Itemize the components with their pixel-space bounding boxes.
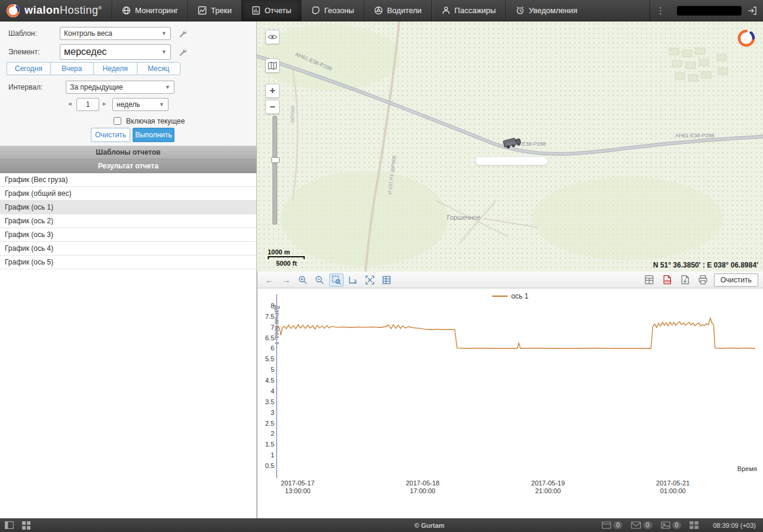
chart-clear-button[interactable]: Очистить: [714, 273, 758, 287]
clear-report-button[interactable]: Очистить: [91, 128, 130, 142]
unit-settings-button[interactable]: [177, 46, 189, 58]
unit-select[interactable]: мерседес ▼: [60, 44, 171, 60]
file-export-icon: [680, 275, 690, 285]
cursor-coordinates: N 51° 36.3850' : E 038° 06.8984': [653, 261, 758, 269]
quick-range-button[interactable]: Месяц: [137, 62, 181, 75]
chart-zoom-out-button[interactable]: [312, 273, 327, 287]
zoom-out-icon: [315, 275, 324, 285]
export-pdf-button[interactable]: PDF: [660, 273, 675, 287]
templates-section-header[interactable]: Шаблоны отчетов: [0, 146, 256, 159]
zoom-slider-handle[interactable]: [271, 157, 280, 163]
include-current-checkbox[interactable]: [114, 117, 121, 125]
result-section-header[interactable]: Результат отчета: [0, 159, 256, 173]
y-tick-label: 8: [259, 302, 274, 309]
export-file-button[interactable]: [678, 273, 692, 287]
count-increment-button[interactable]: ▸: [103, 100, 106, 107]
geofences-icon: [311, 6, 320, 15]
interval-count-input[interactable]: [76, 98, 99, 111]
zoom-in-button[interactable]: +: [265, 84, 280, 98]
y-tick-label: 6: [259, 345, 274, 352]
map-scale: 1000 m 5000 ft: [268, 248, 305, 267]
y-tick-label: 1.5: [259, 441, 274, 448]
report-result-item[interactable]: График (ось 4): [0, 242, 256, 256]
photo-icon: [661, 521, 670, 529]
messages-status[interactable]: 0: [631, 521, 652, 529]
data-table-icon: [382, 275, 391, 285]
toggle-panel-icon[interactable]: [5, 521, 14, 529]
unit-select-value: мерседес: [64, 47, 158, 57]
chart-zoom-in-button[interactable]: [296, 273, 310, 287]
interval-unit-select[interactable]: недель ▼: [112, 98, 168, 111]
tab-label: Треки: [211, 6, 232, 15]
tab-notifications[interactable]: Уведомления: [505, 0, 587, 21]
tab-geofences[interactable]: Геозоны: [301, 0, 364, 21]
chart-forward-button[interactable]: →: [279, 273, 293, 287]
tab-passengers[interactable]: Пассажиры: [431, 0, 505, 21]
quick-range-button[interactable]: Вчера: [50, 62, 94, 75]
tab-monitoring[interactable]: Мониторинг: [112, 0, 188, 21]
overflow-menu-button[interactable]: ⋮: [649, 0, 671, 21]
quick-range-button[interactable]: Неделя: [93, 62, 137, 75]
x-tick-label: 2017-05-2101:00:00: [656, 479, 690, 495]
envelope-icon: [631, 521, 641, 529]
scale-rule: [268, 256, 305, 259]
grid-icon: [22, 521, 30, 530]
count-decrement-button[interactable]: ◂: [68, 100, 72, 107]
y-tick-label: 5.5: [259, 355, 274, 362]
y-tick-label: 5: [259, 366, 274, 373]
zoom-in-icon: [298, 275, 308, 285]
map-view[interactable]: И ОП РЗ 38Р006 38Р006 АН61-Е38-Р298 АН61…: [257, 21, 763, 272]
chart-data-table-button[interactable]: [379, 273, 394, 287]
apps-grid-icon[interactable]: [22, 521, 30, 530]
report-result-item[interactable]: График (ось 2): [0, 214, 256, 228]
report-result-item[interactable]: График (Вес груза): [0, 173, 256, 187]
tab-reports[interactable]: Отчеты: [241, 0, 301, 21]
media-status[interactable]: 0: [661, 521, 682, 529]
template-label: Шаблон:: [8, 29, 37, 38]
user-name-redacted[interactable]: [677, 6, 741, 16]
quick-range-button[interactable]: Сегодня: [7, 62, 51, 75]
report-result-item[interactable]: График (общий вес): [0, 187, 256, 201]
interval-type-select[interactable]: За предыдущие ▼: [66, 81, 174, 94]
media-count-badge: 0: [672, 521, 682, 529]
road-label-center: АН61-Е38-Р298: [507, 141, 546, 147]
tracks-icon: [198, 6, 207, 15]
jobs-status[interactable]: 0: [602, 521, 623, 529]
map-layers-button[interactable]: [265, 59, 280, 73]
chart-back-button[interactable]: ←: [262, 273, 277, 287]
report-chart-panel: ← → PDF: [257, 272, 763, 518]
printer-icon: [698, 275, 708, 285]
map-visibility-button[interactable]: [265, 30, 280, 44]
tab-label: Мониторинг: [135, 6, 178, 15]
template-settings-button[interactable]: [177, 27, 189, 39]
chart-fit-button[interactable]: [363, 273, 377, 287]
report-result-item[interactable]: График (ось 3): [0, 228, 256, 242]
tab-tracks[interactable]: Треки: [188, 0, 241, 21]
zoom-slider[interactable]: [272, 116, 277, 225]
template-select[interactable]: Контроль веса ▼: [60, 27, 171, 40]
x-tick-label: 2017-05-1921:00:00: [531, 479, 565, 495]
export-excel-button[interactable]: [642, 273, 657, 287]
excel-export-icon: [644, 275, 654, 285]
wialon-map-logo-icon: [737, 29, 756, 48]
tab-drivers[interactable]: Водители: [364, 0, 431, 21]
chart-plot-area[interactable]: ось 1 Датчик веса, т Время 87.576.565.55…: [258, 288, 763, 518]
unit-tooltip: [475, 156, 548, 165]
chevron-down-icon: ▼: [161, 49, 167, 55]
report-result-item[interactable]: График (ось 1): [0, 201, 256, 214]
eye-icon: [268, 32, 277, 42]
execute-report-button[interactable]: Выполнить: [133, 128, 174, 142]
zoom-out-button[interactable]: −: [265, 100, 280, 114]
tab-label: Геозоны: [324, 6, 354, 15]
log-table-icon[interactable]: [690, 521, 698, 529]
chart-zoom-x-button[interactable]: [346, 273, 360, 287]
monitoring-icon: [122, 6, 131, 15]
chart-zoom-selection-button[interactable]: [329, 273, 344, 287]
report-result-item[interactable]: График (ось 5): [0, 256, 256, 269]
tab-label: Уведомления: [529, 6, 577, 15]
logout-icon[interactable]: [747, 6, 757, 16]
y-tick-label: 3.5: [259, 398, 274, 405]
notifications-icon: [516, 6, 525, 15]
tab-label: Отчеты: [265, 6, 292, 15]
print-button[interactable]: [696, 273, 710, 287]
